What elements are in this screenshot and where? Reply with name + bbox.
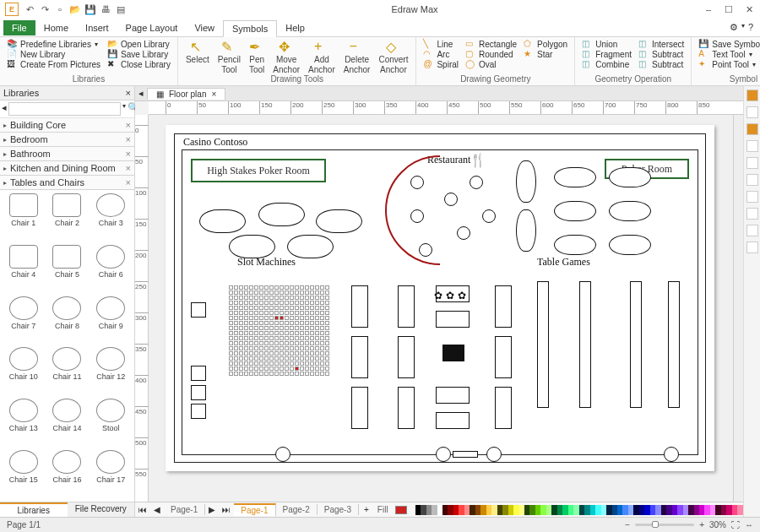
canvas[interactable]: Casino Contoso High Stakes Poker Room Po… (149, 115, 733, 502)
close-library-button[interactable]: ✖Close Library (106, 59, 172, 69)
save-symbol-button[interactable]: 💾Save Symbol (697, 39, 760, 49)
prev-page-icon[interactable]: ◀ (150, 505, 164, 514)
furniture[interactable] (351, 336, 368, 378)
subtract-button[interactable]: ◫Subtract (637, 59, 686, 69)
oval-table[interactable] (609, 235, 651, 255)
oval-table[interactable] (554, 167, 596, 187)
arc-button[interactable]: ◠Arc (421, 49, 460, 59)
dice-icon[interactable] (191, 404, 206, 419)
shape-chair-16[interactable]: Chair 16 (47, 450, 88, 498)
next-page-icon[interactable]: ▶ (205, 505, 219, 514)
oval-table[interactable] (199, 209, 246, 233)
shape-stool[interactable]: Stool (90, 399, 131, 447)
high-stakes-room[interactable]: High Stakes Poker Room (191, 159, 326, 182)
rail-icon[interactable] (746, 208, 758, 220)
shape-chair-17[interactable]: Chair 17 (90, 450, 131, 498)
export-icon[interactable]: ▤ (115, 3, 127, 15)
close-icon[interactable]: ✕ (743, 3, 755, 15)
chevron-left-icon[interactable]: ◂ (2, 102, 7, 116)
section-tables-and-chairs[interactable]: ▸Tables and Chairs× (0, 176, 134, 190)
shape-chair-13[interactable]: Chair 13 (3, 399, 44, 447)
page-tab-1[interactable]: Page-1 (234, 503, 275, 516)
section-close-icon[interactable]: × (126, 149, 131, 159)
undo-icon[interactable]: ↶ (24, 3, 35, 15)
rail-icon[interactable] (746, 174, 758, 186)
long-table[interactable] (579, 281, 591, 408)
predefine-libraries-button[interactable]: 📚Predefine Libraries▾ (5, 39, 102, 49)
text-tool-button[interactable]: AText Tool▾ (697, 49, 760, 59)
fragment-button[interactable]: ◫Fragment (580, 49, 633, 59)
section-bathroom[interactable]: ▸Bathroom× (0, 147, 134, 161)
menu-view[interactable]: View (186, 20, 223, 35)
furniture[interactable] (495, 387, 512, 429)
open-icon[interactable]: 📂 (69, 3, 81, 15)
shape-chair-9[interactable]: Chair 9 (90, 296, 131, 345)
chevron-down-icon[interactable]: ▾ (122, 102, 126, 116)
rail-icon[interactable] (746, 140, 758, 152)
union-button[interactable]: ◫Union (580, 39, 633, 49)
open-library-button[interactable]: 📂Open Library (106, 39, 172, 49)
zoom-slider[interactable] (635, 524, 694, 526)
help-icon[interactable]: ? (748, 22, 753, 33)
oval-table[interactable] (554, 201, 596, 221)
color-bar[interactable] (415, 505, 743, 515)
round-table[interactable] (410, 176, 424, 189)
rail-icon[interactable] (746, 106, 758, 118)
round-table[interactable] (419, 243, 432, 257)
round-table[interactable] (457, 226, 470, 240)
round-table[interactable] (444, 193, 458, 206)
shape-chair-14[interactable]: Chair 14 (47, 399, 88, 447)
shape-chair-3[interactable]: Chair 3 (90, 193, 131, 242)
shape-chair-4[interactable]: Chair 4 (3, 245, 44, 293)
oval-table[interactable] (609, 201, 651, 221)
menu-symbols[interactable]: Symbols (223, 20, 277, 37)
rail-icon[interactable] (746, 123, 758, 135)
add-page-icon[interactable]: + (359, 505, 374, 514)
search-input[interactable] (8, 102, 121, 116)
furniture[interactable] (351, 387, 368, 429)
rail-icon[interactable] (746, 225, 758, 236)
round-table[interactable] (470, 176, 483, 189)
convert-anchor-button[interactable]: ◇ ConvertAnchor (376, 39, 410, 74)
maximize-icon[interactable]: ☐ (723, 3, 735, 15)
restaurant-arc[interactable] (385, 155, 495, 265)
create-from-pictures-button[interactable]: 🖼Create From Pictures (5, 59, 102, 69)
shape-chair-7[interactable]: Chair 7 (3, 296, 44, 345)
menu-page-layout[interactable]: Page Layout (117, 20, 187, 35)
oval-table[interactable] (287, 235, 334, 258)
menu-help[interactable]: Help (277, 20, 313, 35)
fill-color-swatch[interactable] (395, 506, 407, 514)
rail-icon[interactable] (746, 242, 758, 253)
table-games-label[interactable]: Table Games (537, 256, 590, 269)
oval-table[interactable] (516, 160, 536, 203)
line-button[interactable]: ╲Line (421, 39, 460, 49)
menu-home[interactable]: Home (35, 20, 77, 35)
menu-file[interactable]: File (3, 20, 35, 35)
section-kitchen-and-dining-room[interactable]: ▸Kitchen and Dining Room× (0, 161, 134, 176)
polygon-button[interactable]: ⬠Polygon (522, 39, 569, 49)
door-icon[interactable] (664, 447, 679, 462)
long-table[interactable] (537, 281, 549, 408)
new-library-button[interactable]: 📄New Library (5, 49, 102, 59)
section-close-icon[interactable]: × (126, 163, 131, 173)
subtract-button[interactable]: ◫Subtract (637, 49, 686, 59)
furniture[interactable] (495, 285, 512, 328)
long-table[interactable] (630, 281, 642, 408)
oval-table[interactable] (554, 235, 596, 255)
page-tab-2[interactable]: Page-2 (276, 504, 318, 515)
spiral-button[interactable]: @Spiral (421, 59, 460, 69)
door-icon[interactable] (436, 447, 451, 462)
shape-chair-11[interactable]: Chair 11 (47, 347, 88, 395)
section-close-icon[interactable]: × (126, 134, 131, 144)
page-tab-3[interactable]: Page-3 (318, 504, 359, 515)
combine-button[interactable]: ◫Combine (580, 59, 633, 69)
redo-icon[interactable]: ↷ (39, 3, 51, 15)
shape-chair-15[interactable]: Chair 15 (3, 450, 44, 498)
fit-page-icon[interactable]: ⛶ (731, 520, 740, 529)
oval-button[interactable]: ◯Oval (464, 59, 518, 69)
rounded-button[interactable]: ▢Rounded (464, 49, 518, 59)
shape-chair-1[interactable]: Chair 1 (3, 193, 44, 242)
tab-libraries[interactable]: Libraries (0, 502, 68, 517)
oval-table[interactable] (229, 235, 275, 258)
dice-icon[interactable] (191, 385, 206, 400)
